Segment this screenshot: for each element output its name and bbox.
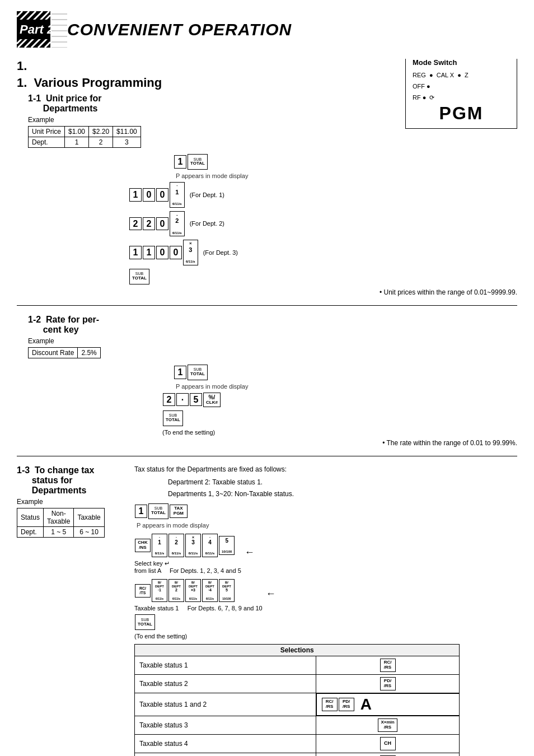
key-sub-total-s2b: SUBTOTAL	[163, 410, 183, 426]
key-rc-ts: RC//TS	[135, 584, 151, 598]
sub1-dept2-seq: 2 2 0 -26/11/s (For Dept. 2)	[129, 211, 517, 237]
key-0d: 0	[156, 246, 168, 259]
sub3-select-key-label: Select key ↵	[134, 560, 241, 567]
arrow-right-2: ←	[266, 588, 276, 600]
mode-switch-box: Mode Switch REG ● CAL X ● Z OFF ● RF ● ⟳…	[405, 59, 517, 129]
selections-header: Selections	[135, 645, 460, 656]
sub3-example-label: Example	[17, 498, 129, 506]
sel-key-xmin: X×min/RS	[378, 718, 397, 732]
key-tax-pgm: TAXPGM	[170, 505, 188, 518]
key-sub-total-s3: SUBTOTAL	[148, 503, 168, 519]
sel-key-rc2: RC//RS	[322, 698, 338, 711]
sub2-rate-seq: 2 · 5 %/CLK# SUBTOTAL (To end the settin…	[162, 392, 517, 436]
sub2-to-end: (To end the setting)	[162, 429, 517, 436]
key-2a: 2	[129, 217, 142, 231]
sub3-tax-seq-row: RC//TS B/DEPT·16/11/s B/DEPT26/11/s B/DE…	[134, 576, 517, 612]
key-x3-s3: ×36/11/s	[185, 534, 201, 557]
sub3-left: 1-3 To change tax status for Departments…	[17, 465, 129, 756]
section1: Mode Switch REG ● CAL X ● Z OFF ● RF ● ⟳…	[17, 59, 517, 756]
key-5-s2: 5	[190, 393, 202, 407]
sel-key-rc1: RC//RS	[380, 659, 396, 672]
for-dept1-label: (For Dept. 1)	[190, 192, 224, 198]
sel-6-key: CHK/NS	[316, 753, 460, 756]
key-sub-total-2: SUBTOTAL	[129, 269, 149, 284]
key-clk: %/CLK#	[203, 393, 221, 407]
key-1-s3: 1	[135, 505, 147, 518]
key-chk-ns: CHK/NS	[135, 539, 151, 552]
part-logo: Part 2	[17, 11, 67, 48]
sub1-end-seq: SUBTOTAL	[129, 268, 517, 285]
arrow-right-1: ←	[245, 547, 255, 558]
sel-6-label: Non-taxable status	[135, 753, 316, 756]
big-A: A	[360, 696, 372, 713]
key-2b: 2	[143, 217, 155, 231]
sub1-note: • Unit prices within the range of 0.01~9…	[28, 288, 517, 296]
mode-switch-title: Mode Switch	[413, 59, 510, 67]
sub1-table: Unit Price $1.00 $2.20 $11.00 Dept. 1 2 …	[28, 126, 141, 148]
key-2-s2: 2	[163, 393, 175, 407]
sel-2-label: Taxable status 2	[135, 675, 316, 693]
key-0c: 0	[156, 217, 168, 231]
sub3-end-seq: SUBTOTAL	[134, 614, 517, 631]
svg-text:Part 2: Part 2	[20, 22, 54, 36]
mode-switch-options: REG ● CAL X ● Z OFF ● RF ● ⟳	[413, 70, 510, 103]
key-dot1: ·16/11/s	[170, 182, 185, 208]
sel-3-label: Taxable status 1 and 2	[135, 693, 316, 716]
sub2-step1: 1 SUBTOTAL P appears in mode display	[174, 364, 517, 390]
for-dept3-label: (For Dept. 3)	[203, 249, 238, 256]
sel-3-key: RC//RS PD//RS A	[316, 693, 460, 716]
sub2-table: Discount Rate 2.5%	[28, 347, 101, 358]
tax-info-dept2: Department 2: Taxable status 1.	[168, 477, 517, 489]
key-1c: 1	[129, 246, 142, 259]
selections-table: Selections Taxable status 1 RC//RS Taxab…	[134, 644, 460, 756]
page-title: CONVENIENT OPERATION	[67, 20, 292, 39]
sel-5-key: CH	[316, 735, 460, 753]
sub3-table: Status Non-Taxable Taxable Dept. 1 ~ 5 6…	[17, 508, 105, 538]
key-1a: 1	[129, 188, 142, 202]
sub-section-1-2: 1-2 Rate for per- cent key Example Disco…	[28, 315, 517, 447]
sub2-appears-text: P appears in mode display	[176, 383, 517, 390]
sel-4-key: X×min/RS	[316, 716, 460, 735]
sel-1-label: Taxable status 1	[135, 656, 316, 675]
key-dept1-s3b: B/DEPT·16/11/s	[152, 579, 167, 602]
page-header: Part 2 CONVENIENT OPERATION	[17, 11, 517, 48]
key-dot1-s3: ·16/11/s	[152, 534, 167, 557]
key-x4-s3: ·46/11/s	[202, 534, 218, 557]
sub3-to-end: (To end the setting)	[134, 633, 517, 640]
key-x2-s3: ·26/11/s	[168, 534, 184, 557]
tax-info-line1: Tax status for the Departments are fixed…	[134, 465, 517, 473]
part-badge-svg: Part 2	[17, 11, 67, 48]
sub3-rc-seq: RC//TS B/DEPT·16/11/s B/DEPT26/11/s B/DE…	[134, 578, 263, 603]
sub2-end-seq: SUBTOTAL	[162, 410, 517, 427]
pgm-label: PGM	[413, 103, 510, 124]
sel-key-pd: PD//RS	[380, 677, 396, 690]
sel-4-label: Taxable status 3	[135, 716, 316, 735]
sub2-key-seq1: 1 SUBTOTAL	[174, 364, 517, 381]
key-0a: 0	[143, 188, 155, 202]
key-dot-s2: ·	[176, 393, 189, 407]
sub1-appears-text: P appears in mode display	[176, 172, 517, 179]
sub1-dept1-seq: 1 0 0 ·16/11/s (For Dept. 1)	[129, 181, 517, 208]
sub3-non-tax-seq-row: CHK/NS ·16/11/s ·26/11/s ×36/11/s ·46/11…	[134, 531, 517, 574]
divider-2	[17, 456, 517, 456]
key-sub-total-s3b: SUBTOTAL	[135, 614, 155, 630]
key-sub-total-1: SUBTOTAL	[188, 154, 208, 170]
sub1-step1: 1 SUBTOTAL P appears in mode display	[174, 153, 517, 179]
sub3-chk-seq: CHK/NS ·16/11/s ·26/11/s ×36/11/s ·46/11…	[134, 533, 241, 558]
sel-5-label: Taxable status 4	[135, 735, 316, 753]
sub2-note: • The rate within the range of 0.01 to 9…	[28, 439, 517, 447]
divider-1	[17, 305, 517, 306]
sel-key-ch: CH	[380, 737, 396, 750]
sub1-dept-keys: 1 0 0 ·16/11/s (For Dept. 1) 2 2 0 -26/1…	[129, 181, 517, 285]
sel-key-pd2: PD//RS	[339, 698, 354, 711]
key-1d: 1	[143, 246, 155, 259]
sub3-taxable-label: Taxable status 1 For Depts. 6, 7, 8, 9 a…	[134, 605, 263, 612]
sub3-from-list: from list A For Depts. 1, 2, 3, 4 and 5	[134, 567, 241, 574]
sub1-key-seq1: 1 SUBTOTAL	[174, 153, 517, 170]
sel-2-key: PD//RS	[316, 675, 460, 693]
key-dept5-s3b: B/DEPT510/100	[219, 579, 235, 602]
sub1-dept3-seq: 1 1 0 0 ×36/11/s (For Dept. 3)	[129, 239, 517, 266]
sub2-rate-keys: 2 · 5 %/CLK#	[162, 392, 517, 408]
sub-section-1-3: 1-3 To change tax status for Departments…	[17, 465, 517, 756]
sub3-heading: 1-3 To change tax status for Departments	[17, 465, 129, 496]
